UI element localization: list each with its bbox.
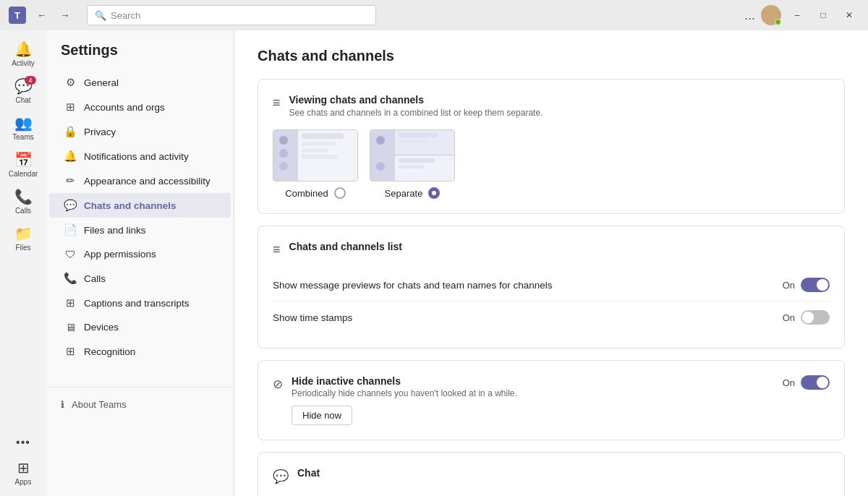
viewing-chats-title: Viewing chats and channels bbox=[289, 94, 543, 106]
nav-item-notifications[interactable]: 🔔 Notifications and activity bbox=[49, 144, 231, 168]
toggle-knob-3 bbox=[817, 377, 828, 388]
timestamps-state: On bbox=[783, 312, 795, 323]
hide-inactive-icon: ⊘ bbox=[273, 377, 283, 392]
chats-icon: 💬 bbox=[64, 199, 77, 212]
calls-icon: 📞 bbox=[14, 188, 33, 205]
info-icon: ℹ bbox=[61, 399, 64, 410]
nav-item-captions[interactable]: ⊞ Captions and transcripts bbox=[49, 291, 231, 315]
app-logo: T bbox=[9, 7, 26, 24]
message-previews-label: Show message previews for chats and team… bbox=[273, 280, 552, 291]
calls-nav-icon: 📞 bbox=[64, 272, 77, 285]
more-icon: ••• bbox=[16, 436, 30, 449]
nav-item-recognition[interactable]: ⊞ Recognition bbox=[49, 339, 231, 364]
search-bar[interactable]: 🔍 Search bbox=[87, 5, 376, 25]
chat-section-icon: 💬 bbox=[273, 469, 289, 484]
timestamps-row: Show time stamps On bbox=[273, 302, 830, 333]
hide-inactive-title: Hide inactive channels bbox=[292, 375, 517, 387]
sidebar-item-files[interactable]: 📁 Files bbox=[4, 221, 42, 256]
chats-list-section: ≡ Chats and channels list Show message p… bbox=[258, 226, 845, 349]
avatar-status bbox=[775, 19, 781, 25]
nav-label-devices: Devices bbox=[84, 322, 119, 333]
nav-item-chats[interactable]: 💬 Chats and channels bbox=[49, 193, 231, 218]
toggle-knob bbox=[817, 279, 828, 291]
sidebar-item-chat[interactable]: 💬 Chat 4 bbox=[4, 73, 42, 108]
message-previews-row: Show message previews for chats and team… bbox=[273, 269, 830, 302]
viewing-chats-subtitle: See chats and channels in a combined lis… bbox=[289, 108, 543, 118]
more-options-button[interactable]: ... bbox=[744, 8, 755, 23]
separate-label: Separate bbox=[385, 188, 423, 199]
nav-item-privacy[interactable]: 🔒 Privacy bbox=[49, 119, 231, 144]
accounts-icon: ⊞ bbox=[64, 101, 77, 114]
sidebar-item-apps[interactable]: ⊞ Apps bbox=[4, 455, 42, 490]
combined-thumb bbox=[273, 129, 358, 181]
nav-item-general[interactable]: ⚙ General bbox=[49, 70, 231, 95]
nav-item-appearance[interactable]: ✏ Appearance and accessibility bbox=[49, 168, 231, 193]
privacy-icon: 🔒 bbox=[64, 125, 77, 138]
notifications-icon: 🔔 bbox=[64, 150, 77, 163]
title-bar: T ← → 🔍 Search ... – □ ✕ bbox=[0, 0, 868, 30]
recognition-icon: ⊞ bbox=[64, 345, 77, 358]
hide-inactive-section: ⊘ Hide inactive channels Periodically hi… bbox=[258, 360, 845, 440]
nav-label-notifications: Notifications and activity bbox=[84, 151, 189, 162]
timestamps-toggle[interactable] bbox=[801, 310, 830, 325]
sidebar-item-calendar[interactable]: 📅 Calendar bbox=[4, 147, 42, 182]
apps-icon: ⊞ bbox=[17, 459, 30, 476]
message-previews-toggle[interactable] bbox=[801, 278, 830, 292]
maximize-button[interactable]: □ bbox=[813, 5, 833, 25]
files-nav-icon: 📄 bbox=[64, 223, 77, 236]
sidebar-item-activity[interactable]: 🔔 Activity bbox=[4, 36, 42, 72]
nav-label-files: Files and links bbox=[84, 225, 146, 236]
app-body: 🔔 Activity 💬 Chat 4 👥 Teams 📅 Calendar 📞… bbox=[0, 30, 868, 496]
permissions-icon: 🛡 bbox=[64, 248, 77, 260]
nav-label-captions: Captions and transcripts bbox=[84, 298, 190, 309]
view-options: Combined bbox=[273, 129, 830, 199]
nav-item-accounts[interactable]: ⊞ Accounts and orgs bbox=[49, 95, 231, 119]
search-placeholder: Search bbox=[111, 10, 140, 21]
settings-title: Settings bbox=[46, 42, 234, 70]
nav-label-general: General bbox=[84, 77, 119, 88]
chat-badge: 4 bbox=[25, 76, 36, 85]
toggle-knob-2 bbox=[802, 312, 814, 323]
hide-now-button[interactable]: Hide now bbox=[292, 406, 352, 425]
files-icon: 📁 bbox=[14, 225, 33, 242]
minimize-button[interactable]: – bbox=[787, 5, 807, 25]
nav-label-calls: Calls bbox=[84, 273, 106, 284]
about-teams[interactable]: ℹ About Teams bbox=[46, 387, 234, 422]
nav-item-permissions[interactable]: 🛡 App permissions bbox=[49, 242, 231, 266]
sidebar-item-calls[interactable]: 📞 Calls bbox=[4, 184, 42, 219]
nav-item-calls[interactable]: 📞 Calls bbox=[49, 266, 231, 291]
search-icon: 🔍 bbox=[95, 10, 106, 21]
title-bar-right: ... – □ ✕ bbox=[744, 5, 859, 25]
teams-icon: 👥 bbox=[14, 114, 33, 132]
combined-radio[interactable] bbox=[334, 187, 346, 199]
viewing-chats-icon: ≡ bbox=[273, 95, 281, 111]
back-button[interactable]: ← bbox=[32, 5, 52, 25]
icon-rail: 🔔 Activity 💬 Chat 4 👥 Teams 📅 Calendar 📞… bbox=[0, 30, 46, 496]
forward-button[interactable]: → bbox=[55, 5, 75, 25]
nav-item-files[interactable]: 📄 Files and links bbox=[49, 218, 231, 242]
chats-list-title: Chats and channels list bbox=[289, 241, 402, 252]
activity-icon: 🔔 bbox=[14, 40, 33, 58]
settings-sidebar: Settings ⚙ General ⊞ Accounts and orgs 🔒… bbox=[46, 30, 234, 496]
chats-list-header: ≡ Chats and channels list bbox=[273, 241, 830, 257]
avatar-wrap bbox=[761, 5, 781, 25]
sidebar-item-teams[interactable]: 👥 Teams bbox=[4, 110, 42, 145]
timestamps-label: Show time stamps bbox=[273, 312, 352, 323]
separate-option[interactable]: Separate bbox=[370, 129, 455, 199]
hide-inactive-state: On bbox=[783, 377, 795, 388]
separate-radio[interactable] bbox=[428, 187, 440, 199]
nav-label-recognition: Recognition bbox=[84, 346, 135, 357]
nav-label-appearance: Appearance and accessibility bbox=[84, 176, 210, 187]
nav-item-devices[interactable]: 🖥 Devices bbox=[49, 315, 231, 339]
appearance-icon: ✏ bbox=[64, 174, 77, 187]
hide-inactive-subtitle: Periodically hide channels you haven't l… bbox=[292, 388, 517, 398]
combined-option[interactable]: Combined bbox=[273, 129, 358, 199]
close-button[interactable]: ✕ bbox=[839, 5, 859, 25]
sidebar-item-more[interactable]: ••• bbox=[4, 432, 42, 453]
message-previews-state: On bbox=[783, 280, 795, 291]
general-icon: ⚙ bbox=[64, 76, 77, 89]
page-title: Chats and channels bbox=[258, 48, 845, 64]
calendar-icon: 📅 bbox=[14, 151, 33, 168]
hide-inactive-toggle[interactable] bbox=[801, 375, 830, 390]
chats-list-icon: ≡ bbox=[273, 242, 281, 257]
